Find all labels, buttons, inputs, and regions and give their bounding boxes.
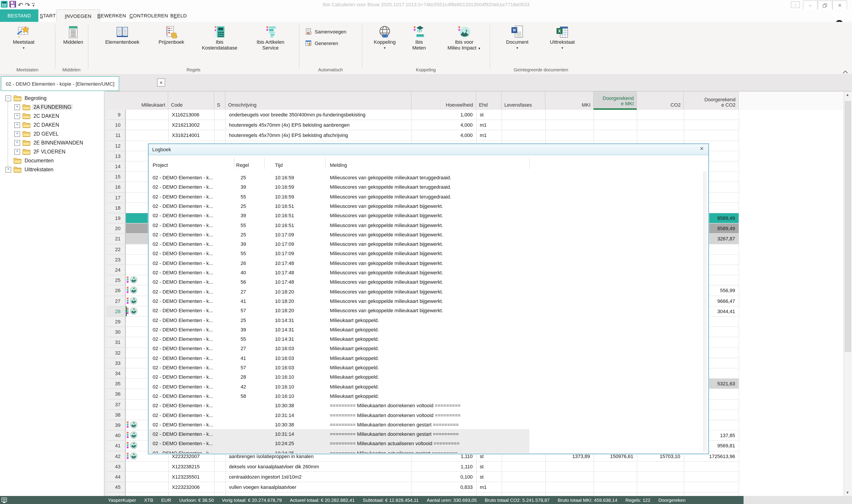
mki-cell[interactable] xyxy=(545,130,594,141)
co2-cell[interactable] xyxy=(637,472,684,482)
hoev-cell[interactable]: 0,100 xyxy=(412,472,476,482)
log-row[interactable]: 02 - DEMO Elementen - k...10:30:38======… xyxy=(149,420,708,430)
row-number[interactable]: 26 xyxy=(107,286,125,296)
ribbon-button-ibis-kostendatabase[interactable]: IbisKostendatabase xyxy=(198,24,241,52)
expand-icon[interactable]: + xyxy=(14,149,20,155)
dmki-cell[interactable] xyxy=(594,493,637,496)
code-cell[interactable]: X216213002 xyxy=(168,120,214,130)
ehd-cell[interactable]: st xyxy=(476,472,502,482)
column-header-mki[interactable]: MKI xyxy=(545,91,594,110)
ribbon-button-genereren[interactable]: Genereren xyxy=(305,39,338,48)
row-number[interactable]: 20 xyxy=(107,223,125,234)
tree-item-2e-binnenwanden[interactable]: 2E BINNENWANDEN xyxy=(22,138,85,147)
dco2-cell[interactable] xyxy=(684,462,738,472)
row-number[interactable]: 18 xyxy=(107,203,125,213)
log-row[interactable]: 02 - DEMO Elementen - k...2810:16:10Mili… xyxy=(149,373,708,383)
log-row[interactable]: 02 - DEMO Elementen - k...5810:16:10Mili… xyxy=(149,392,708,402)
log-row[interactable]: 02 - DEMO Elementen - k...4110:16:03Mili… xyxy=(149,354,708,363)
ribbon-button-ibis-artikelen-service[interactable]: Ibis ArtikelenService xyxy=(248,24,292,52)
ehd-cell[interactable]: m1 xyxy=(476,482,502,492)
row-number[interactable]: 38 xyxy=(107,410,125,420)
co2-cell[interactable] xyxy=(637,493,684,496)
row-number[interactable]: 22 xyxy=(107,244,125,254)
lf-cell[interactable] xyxy=(502,472,545,482)
s-cell[interactable] xyxy=(214,472,225,482)
logboek-close-icon[interactable]: ✕ xyxy=(700,146,704,152)
hoev-cell[interactable] xyxy=(412,493,476,496)
log-column-header-tijd[interactable]: Tijd xyxy=(275,162,283,168)
document-tab-close-icon[interactable]: ✕ xyxy=(157,78,165,87)
code-cell[interactable]: X116213006 xyxy=(168,110,214,120)
s-cell[interactable] xyxy=(214,120,225,130)
milieukaart-cell[interactable] xyxy=(125,130,168,141)
ribbon-button-meetstaat[interactable]: Meetstaat▼ xyxy=(2,24,46,50)
hoev-cell[interactable]: 1,000 xyxy=(412,110,476,120)
dmki-cell[interactable] xyxy=(594,120,637,130)
co2-cell[interactable] xyxy=(637,482,684,492)
dco2-cell[interactable] xyxy=(684,482,738,492)
dco2-cell[interactable] xyxy=(684,472,738,482)
log-row[interactable]: 02 - DEMO Elementen - k...5710:16:03Mili… xyxy=(149,363,708,373)
row-number[interactable]: 30 xyxy=(107,327,125,337)
row-number[interactable]: 11 xyxy=(107,130,125,141)
milieukaart-cell[interactable] xyxy=(125,462,168,472)
co2-cell[interactable] xyxy=(637,130,684,141)
scrollbar-thumb[interactable] xyxy=(845,101,851,352)
log-row[interactable]: 02 - DEMO Elementen - k...5610:17:48Mili… xyxy=(149,278,708,288)
s-cell[interactable] xyxy=(214,130,225,141)
column-header-s[interactable]: S xyxy=(214,91,225,110)
dmki-cell[interactable] xyxy=(594,110,637,120)
lf-cell[interactable] xyxy=(502,462,545,472)
lf-cell[interactable] xyxy=(502,493,545,496)
lf-cell[interactable] xyxy=(502,482,545,492)
ribbon-button-document[interactable]: WDocument▼ xyxy=(495,24,539,50)
oms-cell[interactable]: houtenregels 45x70mm (4x) EPS bekisting … xyxy=(225,120,412,130)
log-row[interactable]: 02 - DEMO Elementen - k...2710:16:03Mili… xyxy=(149,345,708,354)
dco2-cell[interactable] xyxy=(684,120,738,130)
log-row[interactable]: 02 - DEMO Elementen - k...4010:17:48Mili… xyxy=(149,269,708,278)
column-header-oms[interactable]: Omschrijving xyxy=(225,91,412,110)
log-row[interactable]: 02 - DEMO Elementen - k...5510:16:51Mili… xyxy=(149,221,708,231)
dmki-cell[interactable] xyxy=(594,472,637,482)
minimize-button[interactable]: – xyxy=(803,0,818,10)
lf-cell[interactable] xyxy=(502,110,545,120)
ribbon-button-uittrekstaat[interactable]: XUittrekstaat▼ xyxy=(540,24,584,50)
log-row[interactable]: 02 - DEMO Elementen - k...2610:17:48Mili… xyxy=(149,259,708,269)
mki-cell[interactable] xyxy=(545,110,594,120)
log-row[interactable]: 02 - DEMO Elementen - k...5710:18:20Mili… xyxy=(149,306,708,316)
pin-ribbon-button[interactable]: ↑ xyxy=(791,1,800,8)
row-number[interactable]: 10 xyxy=(107,120,125,130)
hoev-cell[interactable]: 4,000 xyxy=(412,130,476,141)
co2-cell[interactable] xyxy=(637,120,684,130)
logboek-scrollbar[interactable] xyxy=(703,171,707,452)
milieukaart-cell[interactable] xyxy=(125,110,168,120)
row-number[interactable]: 13 xyxy=(107,151,125,161)
tree-item-2d-gevel[interactable]: 2D GEVEL xyxy=(22,129,60,138)
mki-cell[interactable] xyxy=(545,120,594,130)
ehd-cell[interactable]: st xyxy=(476,110,502,120)
tree-item-2a-fundering[interactable]: 2A FUNDERING xyxy=(22,103,73,111)
s-cell[interactable] xyxy=(214,482,225,492)
column-header-dco2[interactable]: Doorgerekende CO2 xyxy=(684,91,738,110)
row-number[interactable]: 44 xyxy=(107,472,125,482)
oms-cell[interactable] xyxy=(225,493,412,496)
code-cell[interactable]: X316214001 xyxy=(168,130,214,141)
expand-icon[interactable]: + xyxy=(14,113,20,119)
ribbon-button-ibis-voor-milieu-impact[interactable]: Ibis voorMilieu Impact ▼ xyxy=(442,24,486,52)
expand-icon[interactable]: + xyxy=(14,140,20,146)
tree-item-2f-vloeren[interactable]: 2F VLOEREN xyxy=(22,147,67,156)
row-number[interactable]: 36 xyxy=(107,389,125,399)
log-row[interactable]: 02 - DEMO Elementen - k...2510:16:59Mili… xyxy=(149,174,708,183)
row-number[interactable]: 37 xyxy=(107,399,125,410)
column-header-mk[interactable]: Milieukaart xyxy=(125,91,168,110)
lf-cell[interactable] xyxy=(502,120,545,130)
row-number[interactable]: 19 xyxy=(107,213,125,223)
collapse-icon[interactable]: – xyxy=(5,95,11,101)
log-row[interactable]: 02 - DEMO Elementen - k...2710:18:20Mili… xyxy=(149,287,708,297)
code-cell[interactable]: X123235501 xyxy=(168,472,214,482)
ehd-cell[interactable] xyxy=(476,493,502,496)
row-number[interactable]: 12 xyxy=(107,141,125,151)
column-header-dmki[interactable]: Doorgerekende MKI xyxy=(594,91,637,110)
ribbon-button-prijzenboek[interactable]: Prijzenboek xyxy=(150,24,193,46)
row-number[interactable]: 24 xyxy=(107,265,125,275)
